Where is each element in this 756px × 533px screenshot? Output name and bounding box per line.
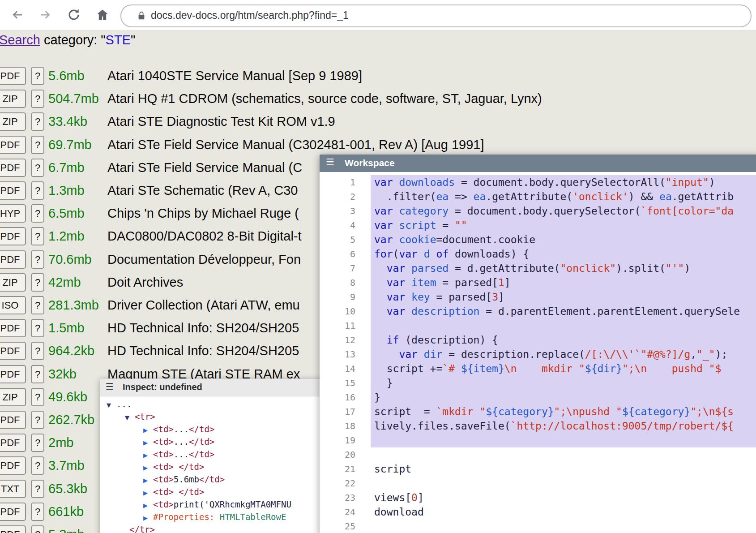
help-button[interactable]: ? [31,434,44,452]
code-line[interactable] [371,433,756,447]
tree-row[interactable]: ▶<td>5.6mb</td> [100,473,351,486]
tree-row[interactable]: ▶<td>print('QXRhcmkgMTA0MFNU [100,498,351,511]
address-bar[interactable]: docs.dev-docs.org/htm/search.php?find=_1 [120,4,752,27]
file-type-button[interactable]: PDF [0,319,26,337]
tree-row[interactable]: ▼... [100,398,351,410]
code-line[interactable]: .filter(ea => ea.getAttribute('onclick')… [371,189,756,204]
code-line[interactable]: } [371,376,756,390]
collapse-icon[interactable]: ▼ [107,399,116,412]
help-button[interactable]: ? [31,388,44,406]
code-line[interactable]: var cookie=document.cookie [371,232,756,247]
help-button[interactable]: ? [31,365,44,383]
file-type-button[interactable]: TXT [0,480,26,498]
tree-row[interactable]: ▶#Properties: HTMLTableRowE [100,511,351,523]
expand-icon[interactable]: ▶ [143,449,153,462]
code-line[interactable]: download [371,505,756,519]
file-type-button[interactable]: ZIP [0,273,26,292]
help-button[interactable]: ? [31,456,44,475]
file-type-button[interactable]: PDF [0,525,26,533]
code-line[interactable]: var parsed = d.getAttribute("onclick").s… [371,261,756,275]
file-type-button[interactable]: ZIP [0,388,26,406]
menu-icon[interactable]: ☰ [326,157,334,168]
expand-icon[interactable]: ▶ [143,487,153,499]
code-line[interactable] [371,476,756,490]
code-line[interactable]: var dir = description.replace(/[:\/\\'`"… [371,347,756,361]
lock-icon[interactable] [137,11,146,22]
file-type-button[interactable]: HYP [0,204,26,223]
tree-row[interactable]: ▶<td> </td> [100,460,351,473]
code-line[interactable]: var item = parsed[1] [371,275,756,290]
code-line[interactable]: var key = parsed[3] [371,290,756,304]
code-line[interactable]: var description = d.parentElement.parent… [371,304,756,318]
tree-row[interactable]: ▶<td>...</td> [100,435,351,448]
code-line[interactable]: lively.files.saveFile(`http://localhost:… [371,419,756,433]
code-line[interactable]: if (description) { [371,333,756,347]
menu-icon[interactable]: ☰ [106,381,114,392]
code-line[interactable]: views[0] [371,490,756,505]
search-link[interactable]: Search [0,33,40,47]
help-button[interactable]: ? [31,159,44,177]
file-type-button[interactable]: PDF [0,181,26,200]
code-line[interactable]: var script = "" [371,218,756,232]
tree-row[interactable]: ▼<tr> [100,410,351,423]
help-button[interactable]: ? [31,525,44,533]
file-type-button[interactable]: PDF [0,503,26,521]
code-line[interactable] [371,447,756,462]
help-button[interactable]: ? [31,480,44,498]
code-line[interactable]: } [371,390,756,404]
file-type-button[interactable]: PDF [0,365,26,383]
code-line[interactable]: for(var d of downloads) { [371,247,756,261]
collapse-icon[interactable]: ▼ [125,412,135,424]
help-button[interactable]: ? [31,342,44,360]
expand-icon[interactable]: ▶ [143,437,153,449]
file-type-button[interactable]: PDF [0,250,26,269]
code-lines[interactable]: var downloads = document.body.querySelec… [371,175,756,533]
file-type-button[interactable]: PDF [0,159,26,177]
tree-row[interactable]: ▶<td> </td> [100,486,351,498]
code-editor[interactable]: 1234567891011121314151617181920212223242… [320,172,756,533]
help-button[interactable]: ? [31,136,44,154]
help-button[interactable]: ? [31,411,44,429]
code-line[interactable]: script +=`# ${item}\n mkdir "${dir}";\n … [371,361,756,376]
help-button[interactable]: ? [31,250,44,269]
file-type-button[interactable]: PDF [0,67,26,85]
tree-row[interactable]: </tr> [100,523,351,533]
help-button[interactable]: ? [31,90,44,108]
file-type-button[interactable]: PDF [0,411,26,429]
expand-icon[interactable]: ▶ [143,424,153,437]
home-icon[interactable] [95,7,110,22]
expand-icon[interactable]: ▶ [143,474,153,487]
help-button[interactable]: ? [31,503,44,521]
file-type-button[interactable]: PDF [0,342,26,360]
code-line[interactable] [371,519,756,533]
inspector-titlebar[interactable]: ☰ Inspect: undefined [100,379,351,396]
expand-icon[interactable]: ▶ [143,499,153,512]
code-line[interactable] [371,318,756,333]
refresh-icon[interactable] [66,7,81,22]
file-type-button[interactable]: ZIP [0,90,26,108]
help-button[interactable]: ? [31,67,44,85]
help-button[interactable]: ? [31,181,44,200]
file-type-button[interactable]: ZIP [0,112,26,131]
file-type-button[interactable]: ISO [0,296,26,314]
file-type-button[interactable]: PDF [0,136,26,154]
help-button[interactable]: ? [31,296,44,314]
file-type-button[interactable]: PDF [0,434,26,452]
code-line[interactable]: script [371,462,756,476]
help-button[interactable]: ? [31,319,44,337]
help-button[interactable]: ? [31,273,44,292]
file-type-button[interactable]: PDF [0,227,26,245]
code-line[interactable]: script = `mkdir "${category}";\npushd "$… [371,404,756,419]
help-button[interactable]: ? [31,204,44,223]
code-line[interactable]: var category = document.body.querySelect… [371,204,756,218]
file-type-button[interactable]: PDF [0,456,26,475]
forward-icon[interactable] [38,7,53,22]
expand-icon[interactable]: ▶ [143,512,153,524]
tree-row[interactable]: ▶<td>...</td> [100,448,351,460]
help-button[interactable]: ? [31,112,44,131]
back-icon[interactable] [10,7,25,22]
code-line[interactable]: var downloads = document.body.querySelec… [371,175,756,189]
help-button[interactable]: ? [31,227,44,245]
expand-icon[interactable]: ▶ [143,462,153,474]
inspector-tree[interactable]: ▼...▼<tr>▶<td>...</td>▶<td>...</td>▶<td>… [100,398,351,533]
